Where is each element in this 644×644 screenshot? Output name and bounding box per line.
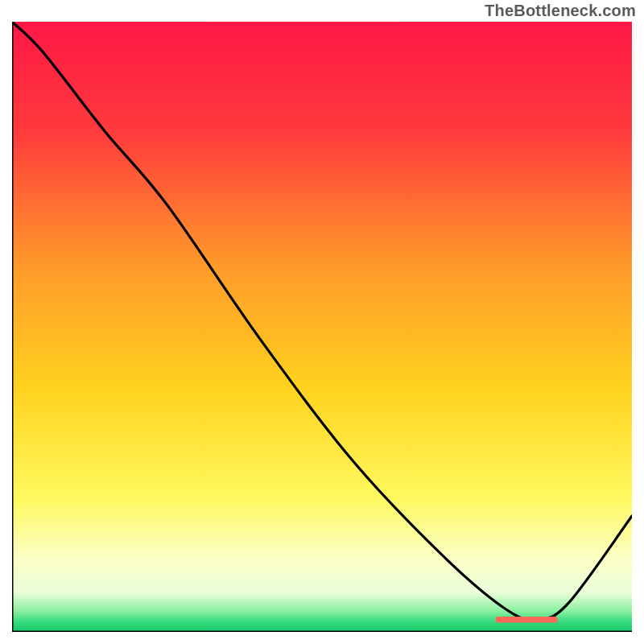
watermark-text: TheBottleneck.com <box>485 2 636 20</box>
optimal-marker <box>12 22 632 632</box>
plot-frame <box>12 22 632 632</box>
svg-rect-1 <box>496 617 558 623</box>
chart-canvas: TheBottleneck.com <box>0 0 644 644</box>
